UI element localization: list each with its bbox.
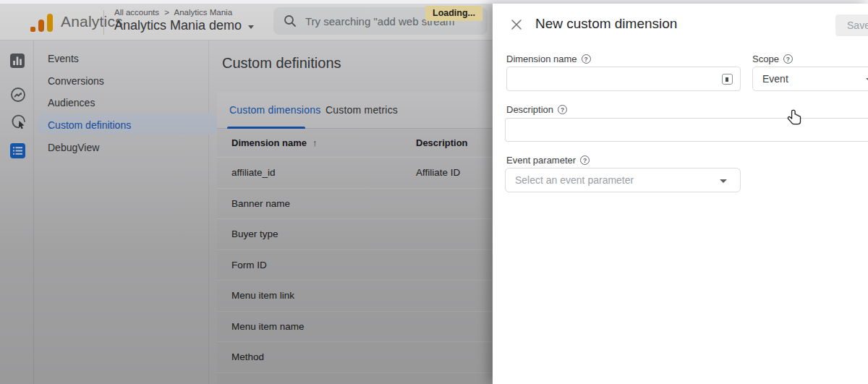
tab-bar: Custom dimensions Custom metrics [217, 92, 535, 129]
save-button[interactable]: Save [835, 14, 868, 36]
description-field[interactable] [505, 118, 868, 142]
event-parameter-select[interactable]: Select an event parameter [505, 168, 741, 192]
chevron-down-icon [248, 25, 254, 29]
property-selector[interactable]: Analytics Mania demo [114, 18, 254, 33]
tab-custom-dimensions[interactable]: Custom dimensions [229, 104, 320, 116]
sort-ascending-icon[interactable]: ↑ [312, 137, 318, 148]
sidebar-nav: Events Conversions Audiences Custom defi… [34, 40, 209, 384]
table-row[interactable]: Method [217, 341, 535, 372]
table-row[interactable]: Menu item name [217, 311, 535, 342]
sidebar-item-events[interactable]: Events [34, 47, 209, 69]
close-icon [511, 19, 522, 30]
panel-title: New custom dimension [535, 16, 677, 32]
product-name: Analytics [61, 13, 123, 30]
help-icon[interactable]: ? [558, 105, 567, 114]
loading-tooltip: Loading... [425, 6, 482, 21]
table-header-row: Dimension name ↑ Description [217, 129, 535, 157]
search-icon [284, 14, 297, 27]
description-label: Description ? [506, 104, 567, 115]
logo-dot [30, 27, 35, 32]
table-row-partial [217, 372, 535, 384]
description-input[interactable] [506, 119, 868, 141]
new-custom-dimension-panel: New custom dimension Save Dimension name… [493, 4, 868, 384]
analytics-logo-icon[interactable] [29, 12, 55, 33]
scope-select[interactable]: Event [752, 67, 868, 91]
property-name: Analytics Mania demo [114, 18, 242, 33]
scope-label: Scope ? [752, 54, 793, 64]
dimension-name-label: Dimension name ? [506, 54, 591, 64]
tab-custom-metrics[interactable]: Custom metrics [326, 104, 398, 116]
help-icon[interactable]: ? [582, 54, 591, 64]
header-divider [103, 10, 104, 35]
reports-icon[interactable] [10, 54, 25, 68]
breadcrumb-separator: > [164, 8, 169, 17]
help-icon[interactable]: ? [580, 155, 590, 165]
event-parameter-label: Event parameter ? [506, 155, 590, 166]
dimension-name-input[interactable] [507, 67, 740, 90]
logo-bar [47, 14, 53, 32]
advertising-click-icon[interactable] [10, 113, 27, 130]
breadcrumb[interactable]: All accounts > Analytics Mania [114, 8, 235, 17]
sidebar-item-audiences[interactable]: Audiences [34, 91, 209, 114]
table-row[interactable]: Menu item link [217, 280, 535, 311]
sidebar-item-conversions[interactable]: Conversions [34, 69, 209, 92]
sidebar-item-custom-definitions[interactable]: Custom definitions [34, 114, 209, 136]
dimension-name-field[interactable] [506, 67, 741, 91]
page-title: Custom definitions [222, 55, 341, 72]
sidebar-icon-rail [0, 40, 34, 384]
custom-definitions-card: Custom dimensions Custom metrics Dimensi… [217, 92, 535, 384]
chevron-down-icon [720, 179, 727, 183]
breadcrumb-item[interactable]: All accounts [114, 8, 159, 17]
active-tab-indicator [227, 127, 305, 129]
table-row[interactable]: Form ID [217, 249, 535, 281]
close-button[interactable] [506, 14, 527, 35]
help-icon[interactable]: ? [783, 54, 793, 64]
table-row[interactable]: Buyer type [217, 218, 535, 249]
column-header-dimension-name[interactable]: Dimension name [231, 137, 307, 148]
breadcrumb-item[interactable]: Analytics Mania [174, 8, 233, 17]
table-row[interactable]: affiliate_id Affiliate ID [217, 157, 535, 188]
table-row[interactable]: Banner name [217, 188, 535, 219]
autofill-icon[interactable] [722, 74, 733, 85]
sidebar-item-debugview[interactable]: DebugView [34, 136, 209, 158]
table-body: affiliate_id Affiliate ID Banner name Bu… [217, 157, 535, 384]
configure-icon[interactable] [10, 143, 25, 158]
lifecycle-icon[interactable] [10, 87, 26, 103]
logo-bar [38, 20, 44, 32]
